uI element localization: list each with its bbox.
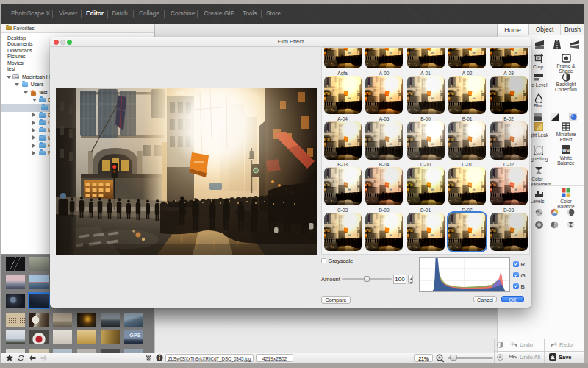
svg-text:WB: WB — [562, 148, 570, 152]
